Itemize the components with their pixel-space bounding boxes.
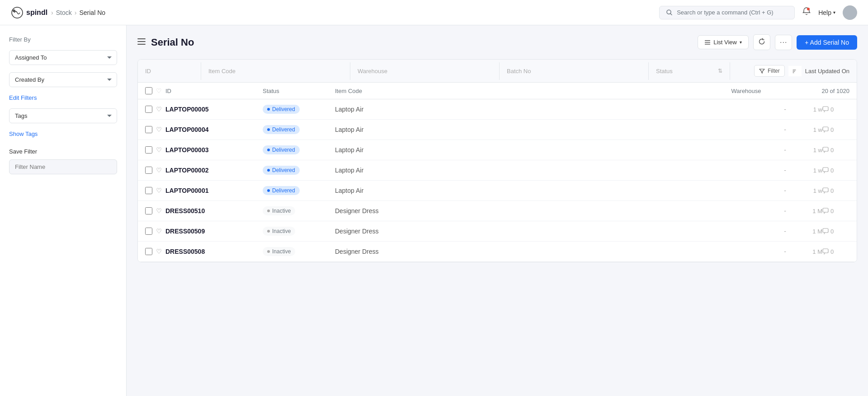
td-comments: 0 [822, 147, 849, 154]
table-row[interactable]: ♡ LAPTOP00002 Delivered Laptop Air - 1 w… [138, 160, 857, 181]
table-row[interactable]: ♡ DRESS00510 Inactive Designer Dress - 1… [138, 201, 857, 221]
row-id-value[interactable]: LAPTOP00004 [165, 126, 208, 133]
th-item-code: Item Code [335, 88, 731, 94]
logo-icon [11, 6, 24, 19]
td-time: 1 M [786, 248, 822, 255]
row-checkbox[interactable] [145, 126, 152, 133]
table-row[interactable]: ♡ LAPTOP00001 Delivered Laptop Air - 1 w… [138, 181, 857, 201]
row-id-value[interactable]: LAPTOP00005 [165, 106, 208, 113]
edit-filters-link[interactable]: Edit Filters [9, 94, 117, 101]
row-id-value[interactable]: LAPTOP00002 [165, 167, 208, 174]
row-checkbox[interactable] [145, 146, 152, 154]
avatar[interactable] [843, 5, 857, 20]
comment-icon [822, 106, 829, 112]
status-dot [267, 149, 270, 151]
refresh-button[interactable] [753, 34, 770, 50]
sort-button[interactable] [788, 66, 802, 76]
row-heart-icon[interactable]: ♡ [156, 106, 162, 113]
app-logo[interactable]: spindl [11, 6, 47, 19]
row-heart-icon[interactable]: ♡ [156, 126, 162, 133]
td-status: Delivered [263, 166, 335, 175]
status-dot [267, 128, 270, 131]
filter-by-label: Filter By [9, 36, 117, 43]
td-id: ♡ LAPTOP00005 [145, 106, 263, 113]
td-dash: - [773, 228, 786, 235]
td-id: ♡ LAPTOP00004 [145, 126, 263, 133]
row-heart-icon[interactable]: ♡ [156, 248, 162, 255]
help-button[interactable]: Help ▾ [818, 9, 835, 16]
row-id-value[interactable]: DRESS00508 [165, 248, 205, 255]
row-checkbox[interactable] [145, 228, 152, 235]
comment-icon [822, 147, 829, 153]
warehouse-col-filter: Warehouse [350, 62, 500, 80]
row-id-value[interactable]: DRESS00510 [165, 207, 205, 214]
td-id: ♡ DRESS00510 [145, 207, 263, 214]
last-updated-button[interactable]: Last Updated On [805, 68, 849, 75]
svg-rect-14 [823, 249, 828, 253]
list-view-icon [704, 39, 711, 46]
comment-icon [822, 126, 829, 133]
row-heart-icon[interactable]: ♡ [156, 167, 162, 174]
table-row[interactable]: ♡ LAPTOP00004 Delivered Laptop Air - 1 w… [138, 120, 857, 140]
th-id: ♡ ID [145, 87, 263, 94]
filter-name-input[interactable] [9, 159, 117, 174]
table-row[interactable]: ♡ LAPTOP00003 Delivered Laptop Air - 1 w… [138, 140, 857, 160]
td-item-code: Designer Dress [335, 248, 682, 255]
list-view-button[interactable]: List View ▾ [698, 35, 749, 49]
status-badge: Inactive [263, 247, 295, 256]
more-options-button[interactable]: ··· [775, 35, 792, 50]
comment-icon [822, 208, 829, 214]
td-id: ♡ LAPTOP00002 [145, 167, 263, 174]
row-heart-icon[interactable]: ♡ [156, 187, 162, 194]
row-checkbox[interactable] [145, 187, 152, 194]
svg-rect-13 [823, 228, 828, 233]
status-badge: Inactive [263, 206, 295, 215]
hamburger-icon[interactable] [137, 38, 146, 47]
row-id-value[interactable]: LAPTOP00003 [165, 146, 208, 154]
status-sort-icon[interactable]: ⇅ [718, 68, 722, 74]
row-checkbox[interactable] [145, 207, 152, 214]
table-row[interactable]: ♡ DRESS00508 Inactive Designer Dress - 1… [138, 242, 857, 262]
table-row[interactable]: ♡ LAPTOP00005 Delivered Laptop Air - 1 w… [138, 99, 857, 120]
td-id: ♡ DRESS00508 [145, 248, 263, 255]
created-by-select[interactable]: Created By [9, 72, 117, 87]
svg-rect-8 [823, 127, 828, 131]
search-box[interactable]: Search or type a command (Ctrl + G) [659, 6, 795, 19]
row-checkbox[interactable] [145, 106, 152, 113]
td-dash: - [773, 207, 786, 214]
add-serial-no-button[interactable]: + Add Serial No [797, 35, 857, 50]
row-id-value[interactable]: LAPTOP00001 [165, 187, 208, 194]
table-row[interactable]: ♡ DRESS00509 Inactive Designer Dress - 1… [138, 221, 857, 242]
status-dot [267, 189, 270, 192]
td-status: Delivered [263, 105, 335, 114]
row-heart-icon[interactable]: ♡ [156, 146, 162, 154]
breadcrumb-stock[interactable]: Stock [56, 9, 72, 16]
page-title: Serial No [151, 37, 194, 48]
top-navigation: spindl › Stock › Serial No Search or typ… [0, 0, 868, 25]
tags-select[interactable]: Tags [9, 108, 117, 123]
status-badge: Delivered [263, 105, 300, 114]
main-content: Serial No List View ▾ [127, 25, 868, 396]
select-all-checkbox[interactable] [145, 87, 152, 94]
filter-action-button[interactable]: Filter [754, 65, 785, 77]
status-badge: Delivered [263, 186, 300, 195]
notifications-icon[interactable] [802, 7, 811, 18]
avatar-image [843, 5, 857, 20]
status-dot [267, 108, 270, 111]
td-comments: 0 [822, 126, 849, 133]
comment-icon [822, 187, 829, 194]
row-heart-icon[interactable]: ♡ [156, 228, 162, 235]
status-badge: Inactive [263, 227, 295, 236]
row-id-value[interactable]: DRESS00509 [165, 228, 205, 235]
assigned-to-filter-group: Assigned To [9, 50, 117, 65]
row-heart-icon[interactable]: ♡ [156, 207, 162, 214]
td-time: 1 w [786, 167, 822, 174]
svg-rect-10 [823, 168, 828, 172]
sort-icon [792, 68, 798, 74]
comment-icon [822, 248, 829, 255]
show-tags-link[interactable]: Show Tags [9, 130, 117, 137]
actions-col-filter: Filter Last Updated On [730, 60, 857, 82]
row-checkbox[interactable] [145, 248, 152, 255]
assigned-to-select[interactable]: Assigned To [9, 50, 117, 65]
row-checkbox[interactable] [145, 167, 152, 174]
